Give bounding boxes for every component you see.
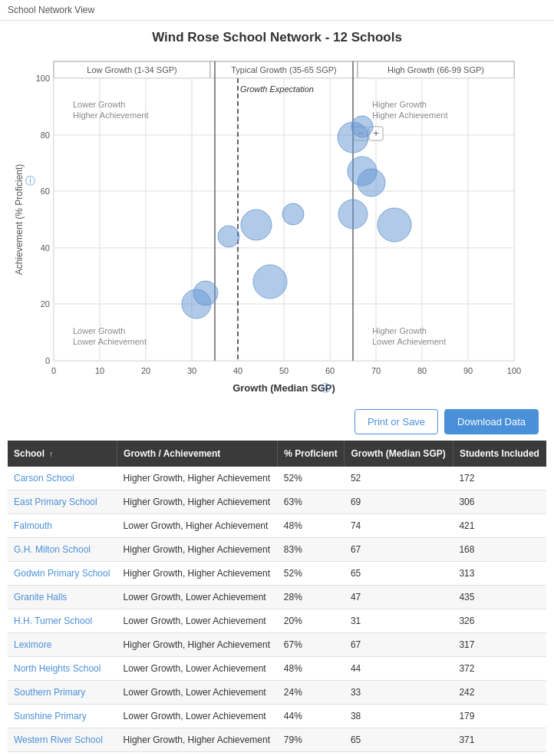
school-link[interactable]: Sunshine Primary (14, 711, 87, 721)
cell-growth-achievement: Higher Growth, Higher Achievement (117, 490, 278, 514)
cell-pct-proficient: 79% (278, 728, 345, 752)
table-row: Granite Halls Lower Growth, Lower Achiev… (8, 586, 546, 609)
svg-text:90: 90 (463, 366, 473, 375)
svg-text:Lower Growth: Lower Growth (73, 100, 125, 109)
cell-growth-achievement: Lower Growth, Lower Achievement (117, 705, 278, 728)
cell-pct-proficient: 67% (278, 633, 345, 657)
cell-students: 326 (453, 609, 546, 633)
cell-growth-sgp: 69 (345, 490, 453, 514)
school-link[interactable]: Western River School (14, 735, 103, 745)
data-point-granite-halls[interactable] (253, 265, 287, 299)
data-point-leximore[interactable] (348, 157, 377, 186)
cell-growth-sgp: 47 (345, 586, 453, 609)
cell-growth-sgp: 31 (345, 609, 453, 633)
data-point-godwin[interactable] (338, 200, 368, 229)
data-point-carson[interactable] (282, 203, 304, 225)
download-data-button[interactable]: Download Data (444, 409, 539, 434)
cell-school: Godwin Primary School (8, 562, 117, 586)
cell-pct-proficient: 44% (278, 705, 345, 728)
cell-students: 371 (453, 728, 546, 752)
table-row: Southern Primary Lower Growth, Lower Ach… (8, 681, 546, 705)
cell-growth-sgp: 44 (345, 657, 453, 681)
table-row: Leximore Higher Growth, Higher Achieveme… (8, 633, 546, 657)
print-save-button[interactable]: Print or Save (354, 409, 438, 434)
cell-growth-sgp: 67 (345, 633, 453, 657)
table-row: G.H. Milton School Higher Growth, Higher… (8, 538, 546, 562)
data-point-sunshine-primary[interactable] (218, 226, 239, 247)
cell-pct-proficient: 24% (278, 681, 345, 705)
school-link[interactable]: Godwin Primary School (14, 568, 110, 579)
col-growth-sgp[interactable]: Growth (Median SGP) (345, 441, 453, 467)
svg-text:60: 60 (41, 187, 50, 196)
table-row: Sunshine Primary Lower Growth, Lower Ach… (8, 705, 546, 728)
cell-pct-proficient: 83% (278, 538, 345, 562)
school-link[interactable]: East Primary School (14, 497, 97, 507)
col-school[interactable]: School ↑ (8, 441, 117, 467)
data-point-north-heights[interactable] (241, 210, 272, 240)
school-link[interactable]: G.H. Milton School (14, 544, 91, 555)
table-body: Carson School Higher Growth, Higher Achi… (8, 467, 546, 752)
col-growth-achievement[interactable]: Growth / Achievement (117, 441, 278, 467)
table-row: Godwin Primary School Higher Growth, Hig… (8, 562, 546, 586)
svg-text:30: 30 (187, 366, 196, 375)
school-link[interactable]: Carson School (14, 473, 74, 484)
cell-growth-achievement: Higher Growth, Higher Achievement (117, 633, 278, 657)
table-header: School ↑ Growth / Achievement % Proficie… (8, 441, 546, 467)
cell-school: Carson School (8, 467, 117, 490)
cell-growth-sgp: 33 (345, 681, 453, 705)
svg-text:0: 0 (45, 356, 50, 365)
col-pct-proficient[interactable]: % Proficient (278, 441, 345, 467)
school-link[interactable]: North Heights School (14, 663, 101, 674)
svg-text:High Growth (66-99 SGP): High Growth (66-99 SGP) (387, 65, 484, 74)
cell-growth-achievement: Lower Growth, Higher Achievement (117, 514, 278, 538)
cell-growth-achievement: Higher Growth, Higher Achievement (117, 562, 278, 586)
svg-text:Higher Growth: Higher Growth (372, 326, 427, 335)
svg-text:Typical Growth (35-65 SGP): Typical Growth (35-65 SGP) (231, 65, 337, 74)
table-row: Western River School Higher Growth, High… (8, 728, 546, 752)
cell-school: East Primary School (8, 490, 117, 514)
sort-arrow-school: ↑ (49, 450, 53, 458)
data-point-falmouth[interactable] (378, 208, 411, 242)
svg-text:50: 50 (279, 366, 289, 375)
svg-text:Achievement (% Proficient): Achievement (% Proficient) (14, 164, 25, 276)
svg-text:Growth Expectation: Growth Expectation (240, 84, 314, 94)
cell-students: 168 (453, 538, 546, 562)
cell-growth-achievement: Lower Growth, Lower Achievement (117, 609, 278, 633)
cell-students: 179 (453, 705, 546, 728)
cell-school: Granite Halls (8, 586, 117, 609)
cell-pct-proficient: 28% (278, 586, 345, 609)
col-students[interactable]: Students Included (453, 441, 546, 467)
cell-students: 306 (453, 490, 546, 514)
school-link[interactable]: Leximore (14, 639, 51, 650)
chart-wrapper: Low Growth (1-34 SGP) Typical Growth (35… (0, 50, 554, 403)
svg-text:0: 0 (51, 366, 56, 375)
schools-table: School ↑ Growth / Achievement % Proficie… (8, 441, 546, 752)
school-link[interactable]: H.H. Turner School (14, 616, 92, 626)
svg-text:60: 60 (325, 366, 335, 375)
cell-students: 172 (453, 467, 546, 490)
svg-text:ⓘ: ⓘ (25, 175, 35, 187)
svg-text:Higher Achievement: Higher Achievement (372, 111, 447, 120)
svg-text:10: 10 (95, 366, 104, 375)
table-row: East Primary School Higher Growth, Highe… (8, 490, 546, 514)
svg-text:80: 80 (417, 366, 427, 375)
table-row: H.H. Turner School Lower Growth, Lower A… (8, 609, 546, 633)
svg-text:Growth (Median SGP): Growth (Median SGP) (232, 382, 335, 394)
svg-text:+: + (373, 127, 379, 139)
svg-text:70: 70 (371, 366, 381, 375)
svg-text:20: 20 (41, 299, 50, 309)
school-link[interactable]: Southern Primary (14, 687, 85, 698)
school-link[interactable]: Granite Halls (14, 592, 67, 602)
cell-school: H.H. Turner School (8, 609, 117, 633)
svg-text:Higher Achievement: Higher Achievement (73, 111, 148, 120)
cell-students: 317 (453, 633, 546, 657)
cell-growth-sgp: 65 (345, 728, 453, 752)
cell-school: Southern Primary (8, 681, 117, 705)
cell-students: 421 (453, 514, 546, 538)
data-point-western-river[interactable] (338, 122, 368, 153)
cell-growth-achievement: Higher Growth, Higher Achievement (117, 467, 278, 490)
school-link[interactable]: Falmouth (14, 520, 52, 531)
svg-text:Lower Achievement: Lower Achievement (372, 337, 446, 346)
cell-growth-sgp: 65 (345, 562, 453, 586)
data-point-southern-primary[interactable] (193, 281, 218, 305)
